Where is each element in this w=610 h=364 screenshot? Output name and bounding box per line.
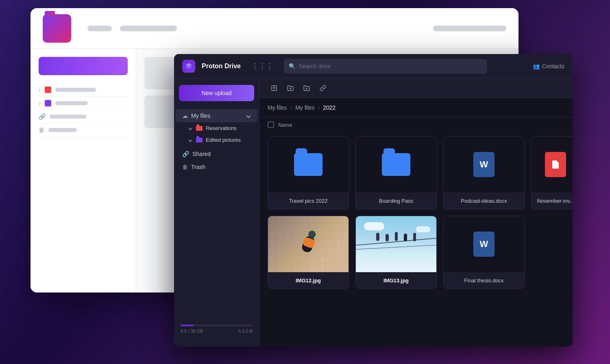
file-grid-row-1: Travel pics 2022 Boarding Pass — [268, 136, 564, 209]
podcast-ideas-name: Podcast-ideas.docx — [461, 198, 507, 204]
final-thesis-name: Final thesis.docx — [464, 277, 504, 284]
bg-folder-icon — [43, 14, 71, 43]
sidebar-storage-footer: 5.5 / 30 GB 5.0.0 B — [174, 318, 259, 340]
new-folder-button[interactable] — [300, 82, 313, 95]
topbar: Proton Drive ⋮⋮⋮ 🔍 Search drive 👥 Contac… — [174, 54, 573, 78]
travel-pics-folder-icon — [294, 153, 322, 176]
bg-upload-btn — [39, 57, 128, 75]
upload-folder-button[interactable] — [284, 82, 297, 95]
podcast-ideas-label: Podcast-ideas.docx — [444, 193, 524, 209]
contacts-icon: 👥 — [533, 63, 540, 69]
travel-pics-label: Travel pics 2022 — [268, 193, 349, 209]
breadcrumb-root[interactable]: My files — [268, 104, 287, 111]
img13-name: IMG13.jpg — [383, 277, 409, 284]
img13-preview — [356, 216, 436, 272]
breadcrumb-sep-2: › — [318, 104, 320, 111]
grid-apps-icon[interactable]: ⋮⋮⋮ — [251, 62, 273, 71]
sidebar-item-shared[interactable]: 🔗 Shared — [176, 147, 257, 160]
trash-icon: 🗑 — [182, 164, 188, 170]
trash-label: Trash — [191, 164, 205, 170]
shared-icon: 🔗 — [182, 151, 189, 157]
search-placeholder-text: Search drive — [299, 63, 331, 69]
bg-header-pill-3 — [433, 26, 506, 31]
bg-list-item: 🔗 — [39, 110, 128, 124]
file-card-podcast-ideas[interactable]: W Podcast-ideas.docx — [443, 136, 525, 209]
shared-label: Shared — [192, 151, 211, 157]
edited-pictures-chevron — [188, 138, 192, 142]
travel-pics-preview — [268, 136, 349, 193]
storage-text: 5.5 / 30 GB 5.0.0 B — [181, 329, 253, 334]
file-card-img13[interactable]: IMG13.jpg — [355, 216, 437, 289]
storage-bar-fill — [181, 325, 194, 326]
upload-file-button[interactable] — [268, 82, 281, 95]
share-link-button[interactable] — [316, 82, 329, 95]
travel-pics-name: Travel pics 2022 — [289, 198, 328, 204]
november-invoice-preview — [532, 136, 573, 193]
my-files-icon: ☁ — [182, 113, 188, 119]
boarding-pass-folder-icon — [382, 153, 410, 176]
reservations-chevron — [188, 126, 192, 130]
edited-pictures-folder-icon — [196, 138, 203, 143]
topbar-right: 👥 Contacts — [533, 63, 564, 69]
img12-name: IMG12.jpg — [296, 277, 321, 284]
sidebar-item-reservations[interactable]: Reservations — [174, 122, 259, 134]
file-card-november-invoice[interactable]: November-inv... — [531, 136, 573, 209]
boarding-pass-label: Boarding Pass — [356, 193, 436, 209]
contacts-label: Contacts — [542, 63, 564, 69]
final-thesis-word-icon: W — [473, 232, 495, 257]
storage-right: 5.0.0 B — [238, 329, 253, 334]
reservations-label: Reservations — [206, 125, 237, 131]
file-card-img12[interactable]: IMG12.jpg — [268, 216, 349, 289]
bg-list-item: › — [39, 83, 128, 97]
grid-header: Name — [259, 117, 573, 132]
img12-label: IMG12.jpg — [268, 272, 349, 288]
my-files-chevron — [246, 113, 251, 118]
breadcrumb-current: 2022 — [323, 104, 336, 111]
sidebar: New upload ☁ My files Reservations — [174, 78, 259, 347]
boarding-pass-preview — [356, 136, 436, 193]
contacts-button[interactable]: 👥 Contacts — [533, 63, 564, 69]
storage-used: 5.5 / 30 GB — [181, 329, 203, 334]
sidebar-my-files-section: ☁ My files Reservations Edited pictures — [174, 108, 259, 147]
img12-preview — [268, 216, 349, 272]
brand-logo — [182, 60, 195, 73]
select-all-checkbox[interactable] — [268, 121, 274, 128]
toolbar — [259, 78, 573, 98]
bg-list-item: 🗑 — [39, 124, 128, 137]
main-body: New upload ☁ My files Reservations — [174, 78, 573, 347]
bg-header-pill-1 — [87, 26, 112, 31]
main-window: Proton Drive ⋮⋮⋮ 🔍 Search drive 👥 Contac… — [174, 54, 573, 347]
breadcrumb-sep-1: › — [290, 104, 292, 111]
file-grid-row-2: IMG12.jpg — [268, 216, 564, 289]
november-invoice-label: November-inv... — [532, 193, 573, 209]
search-icon: 🔍 — [289, 63, 296, 69]
final-thesis-preview: W — [444, 216, 524, 272]
breadcrumb-my-files[interactable]: My files — [295, 104, 314, 111]
edited-pictures-label: Edited pictures — [206, 137, 241, 143]
name-column-header[interactable]: Name — [278, 122, 292, 128]
sidebar-item-my-files[interactable]: ☁ My files — [176, 109, 257, 122]
storage-bar — [181, 325, 253, 326]
podcast-ideas-word-icon: W — [473, 152, 495, 177]
new-upload-button[interactable]: New upload — [179, 85, 254, 101]
content-area: My files › My files › 2022 Name — [259, 78, 573, 347]
final-thesis-label: Final thesis.docx — [444, 272, 524, 288]
november-invoice-name: November-inv... — [537, 198, 573, 204]
november-invoice-pdf-icon — [545, 152, 566, 177]
file-card-final-thesis[interactable]: W Final thesis.docx — [443, 216, 525, 289]
search-bar[interactable]: 🔍 Search drive — [284, 59, 487, 74]
file-card-boarding-pass[interactable]: Boarding Pass — [355, 136, 437, 209]
sidebar-item-edited-pictures[interactable]: Edited pictures — [174, 134, 259, 146]
file-grid: Travel pics 2022 Boarding Pass — [259, 132, 573, 347]
breadcrumb: My files › My files › 2022 — [259, 98, 573, 117]
podcast-ideas-preview: W — [444, 136, 524, 193]
img13-label: IMG13.jpg — [356, 272, 436, 288]
file-card-travel-pics[interactable]: Travel pics 2022 — [268, 136, 349, 209]
brand-name: Proton Drive — [202, 63, 241, 70]
sidebar-item-trash[interactable]: 🗑 Trash — [176, 160, 257, 173]
bg-sidebar: › › 🔗 🗑 — [30, 49, 136, 292]
bg-list-item: › — [39, 97, 128, 110]
reservations-folder-icon — [196, 126, 203, 131]
boarding-pass-name: Boarding Pass — [379, 198, 414, 204]
bg-header-pill-2 — [120, 26, 177, 31]
